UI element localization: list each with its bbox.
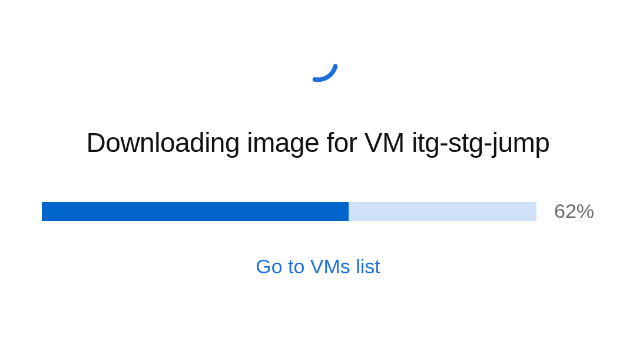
status-title: Downloading image for VM itg-stg-jump bbox=[87, 127, 550, 158]
svg-point-0 bbox=[300, 44, 336, 80]
loading-spinner bbox=[289, 32, 347, 91]
progress-bar bbox=[42, 202, 536, 221]
progress-row: 62% bbox=[42, 200, 594, 223]
spinner-icon bbox=[296, 39, 340, 84]
progress-percent-label: 62% bbox=[554, 200, 594, 223]
go-to-vms-list-link[interactable]: Go to VMs list bbox=[256, 255, 380, 278]
progress-fill bbox=[42, 202, 349, 221]
